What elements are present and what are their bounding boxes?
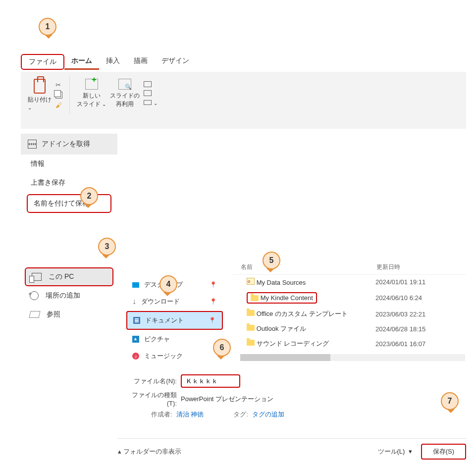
- backstage-menu: アドインを取得 情報 上書き保存 名前を付けて保存: [21, 134, 117, 215]
- pictures-icon: [132, 336, 139, 343]
- chevron-down-icon: ⌄: [28, 105, 32, 110]
- chevron-up-icon: ▴: [118, 448, 121, 455]
- author-value[interactable]: 清治 神徳: [176, 411, 204, 418]
- callout-5-num: 5: [269, 256, 274, 265]
- callout-1-num: 1: [46, 22, 50, 31]
- addin-label: アドインを取得: [42, 140, 90, 149]
- file-name: Office のカスタム テンプレート: [257, 310, 348, 317]
- dialog-footer: ▴ フォルダーの非表示 ツール(L) ▾ 保存(S): [118, 438, 466, 460]
- tab-insert[interactable]: 挿入: [99, 54, 127, 70]
- tag-value[interactable]: タグの追加: [252, 411, 284, 418]
- tab-file[interactable]: ファイル: [21, 54, 64, 70]
- menu-save[interactable]: 上書き保存: [21, 173, 117, 192]
- menu-info[interactable]: 情報: [21, 155, 117, 173]
- browse-icon: [29, 311, 41, 318]
- pc-icon: [32, 273, 42, 281]
- copy-icon[interactable]: [55, 92, 62, 99]
- section-icon[interactable]: [144, 100, 152, 105]
- pictures-label: ピクチャ: [144, 335, 170, 344]
- file-name: サウンド レコーディング: [257, 340, 329, 347]
- add-location-label: 場所の追加: [46, 291, 80, 300]
- paste-label: 貼り付け: [28, 96, 52, 103]
- callout-3-num: 3: [105, 242, 109, 251]
- tab-home[interactable]: ホーム: [64, 54, 99, 70]
- this-pc-label: この PC: [49, 272, 74, 281]
- horizontal-scrollbar[interactable]: [240, 354, 465, 361]
- reset-icon[interactable]: [144, 90, 152, 96]
- new-slide-icon: [85, 79, 98, 90]
- tools-dropdown[interactable]: ツール(L) ▾: [378, 447, 412, 456]
- callout-6: 6: [213, 339, 231, 357]
- desktop-icon: [132, 282, 139, 288]
- documents-label: ドキュメント: [145, 316, 184, 325]
- filename-label: ファイル名(N):: [126, 377, 181, 386]
- file-name: Outlook ファイル: [257, 325, 306, 332]
- file-row[interactable]: Office のカスタム テンプレート2023/06/03 22:21: [233, 307, 466, 321]
- file-date: 2023/06/03 22:21: [375, 310, 425, 318]
- reuse-slide-button[interactable]: スライドの 再利用: [110, 79, 140, 108]
- nav-pictures[interactable]: ピクチャ: [126, 331, 223, 348]
- menu-get-addins[interactable]: アドインを取得: [21, 134, 117, 155]
- music-label: ミュージック: [144, 352, 183, 361]
- location-add[interactable]: 場所の追加: [21, 286, 117, 305]
- callout-7-num: 7: [448, 397, 452, 406]
- reuse-slide-icon: [118, 79, 131, 90]
- callout-2-num: 2: [87, 192, 92, 201]
- hide-folders-toggle[interactable]: ▴ フォルダーの非表示: [118, 447, 181, 456]
- nav-music[interactable]: ♪ ミュージック: [126, 348, 223, 364]
- file-row[interactable]: Outlook ファイル2024/06/28 18:15: [233, 321, 466, 336]
- menu-save-as[interactable]: 名前を付けて保存: [27, 194, 111, 213]
- file-date: 2024/01/01 19:11: [375, 278, 425, 286]
- documents-icon: [133, 317, 140, 324]
- col-name[interactable]: 名前: [233, 263, 376, 271]
- tools-label: ツール(L): [378, 448, 405, 455]
- scrollbar-thumb[interactable]: [240, 354, 330, 361]
- callout-3: 3: [98, 238, 116, 256]
- location-browse[interactable]: 参照: [21, 305, 117, 324]
- callout-4: 4: [159, 275, 177, 293]
- file-date: 2024/06/10 6:24: [375, 294, 422, 302]
- file-name: My Data Sources: [257, 279, 306, 286]
- layout-icon[interactable]: [144, 81, 152, 87]
- col-date[interactable]: 更新日時: [376, 263, 466, 271]
- chevron-down-icon: ⌄: [102, 102, 106, 107]
- pin-icon[interactable]: 📍: [210, 298, 217, 305]
- file-row[interactable]: My Kindle Content2024/06/10 6:24: [233, 289, 466, 307]
- ribbon-tabs: ファイル ホーム 挿入 描画 デザイン: [21, 54, 196, 70]
- file-row[interactable]: o My Data Sources2024/01/01 19:11: [233, 275, 466, 289]
- filename-input[interactable]: [181, 374, 240, 388]
- filetype-dropdown[interactable]: PowerPoint プレゼンテーション: [181, 393, 273, 406]
- file-row[interactable]: サウンド レコーディング2023/06/01 16:07: [233, 336, 466, 351]
- browse-label: 参照: [47, 310, 60, 319]
- cut-icon[interactable]: ✂: [55, 81, 62, 89]
- new-slide-label: 新しい スライド: [77, 92, 101, 107]
- addin-icon: [28, 140, 37, 149]
- save-button[interactable]: 保存(S): [421, 444, 466, 460]
- clipboard-icon: [34, 79, 46, 94]
- pin-icon[interactable]: 📍: [210, 281, 217, 288]
- callout-1: 1: [39, 18, 56, 36]
- pin-icon[interactable]: 📍: [209, 317, 216, 324]
- file-list: o My Data Sources2024/01/01 19:11 My Kin…: [233, 275, 466, 351]
- download-icon: ↓: [132, 297, 136, 306]
- filetype-label: ファイルの種類(T):: [126, 391, 181, 407]
- location-this-pc[interactable]: この PC: [25, 267, 113, 286]
- tab-draw[interactable]: 描画: [127, 54, 155, 70]
- location-menu: この PC 場所の追加 参照: [21, 267, 117, 324]
- paste-button[interactable]: 貼り付け⌄: [28, 79, 52, 111]
- folder-icon: [247, 325, 255, 331]
- datasource-folder-icon: o: [247, 278, 255, 285]
- chevron-down-icon: ⌄: [154, 101, 158, 106]
- callout-5: 5: [263, 252, 280, 269]
- folder-icon: [247, 340, 255, 346]
- file-date: 2024/06/28 18:15: [375, 325, 425, 333]
- nav-documents[interactable]: ドキュメント 📍: [126, 311, 223, 330]
- new-slide-button[interactable]: 新しい スライド ⌄: [77, 79, 106, 108]
- downloads-label: ダウンロード: [141, 297, 180, 306]
- file-name: My Kindle Content: [261, 294, 313, 302]
- tab-design[interactable]: デザイン: [155, 54, 196, 70]
- nav-downloads[interactable]: ↓ ダウンロード 📍: [126, 293, 223, 310]
- music-icon: ♪: [132, 353, 139, 360]
- format-painter-icon[interactable]: 🖌: [55, 102, 62, 109]
- add-location-icon: [30, 291, 39, 300]
